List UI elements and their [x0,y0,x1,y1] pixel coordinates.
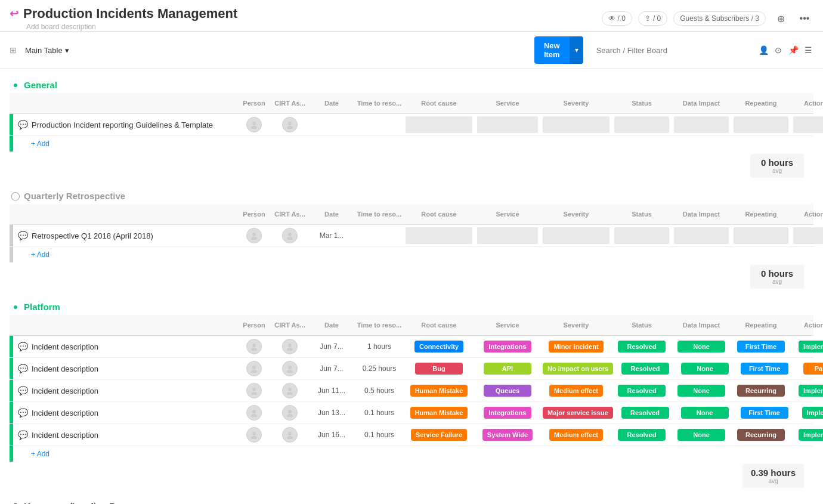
row-root[interactable]: Human Mistake [403,382,475,399]
comment-icon[interactable]: 💬 [18,231,28,240]
tag[interactable]: System Wide [482,429,533,441]
person-avatar[interactable] [246,427,262,443]
row-person[interactable] [236,339,272,354]
row-name[interactable]: 💬 Incident description [13,338,236,355]
group-toggle-quarterly[interactable]: ◯ [10,190,21,202]
row-action[interactable]: Implemented [791,426,823,443]
row-severity[interactable]: Medium effect [540,382,612,399]
board-description[interactable]: Add board description [10,23,237,31]
back-icon[interactable]: ↩ [10,7,18,20]
row-person[interactable] [236,361,272,376]
row-repeating[interactable]: First Time [731,338,791,355]
add-row-general[interactable]: + Add [10,136,813,151]
share-button[interactable]: ⊕ [772,10,790,27]
pin-icon[interactable]: 📌 [788,41,799,59]
row-person[interactable] [236,427,272,443]
tag[interactable]: Service Failure [411,429,467,441]
person-filter-icon[interactable]: 👤 [759,41,769,59]
row-severity[interactable]: No impact on users [540,360,615,377]
row-action[interactable]: Partially [794,360,823,377]
tag[interactable]: None [681,407,729,419]
row-severity[interactable]: Minor incident [540,338,612,355]
tag[interactable]: Partially [803,363,823,375]
row-action[interactable]: Implemented [794,404,823,421]
tag[interactable]: First Time [737,341,785,353]
person-avatar[interactable] [246,117,262,132]
cirt-avatar[interactable] [282,383,298,398]
row-service[interactable]: Queues [475,382,540,399]
row-date[interactable] [308,122,355,127]
new-item-dropdown-button[interactable]: ▾ [570,36,583,64]
row-name[interactable]: 💬 Incident description [13,426,236,443]
row-name[interactable]: 💬 Retrospective Q1 2018 (April 2018) [13,227,236,244]
row-status[interactable]: Resolved [612,382,672,399]
person-avatar[interactable] [246,361,262,376]
row-impact[interactable]: None [672,382,731,399]
tag[interactable]: API [484,363,531,375]
group-toggle-homepage[interactable]: ◉ [10,500,21,504]
row-service[interactable]: API [475,360,540,377]
row-action[interactable]: Implemented [791,338,823,355]
add-row-platform[interactable]: + Add [10,446,813,462]
row-service[interactable]: System Wide [475,426,540,443]
row-severity[interactable]: Major service issue [540,404,615,421]
tag[interactable]: Recurring [737,429,785,441]
tag[interactable]: Resolved [618,385,666,397]
row-cirt[interactable] [272,339,308,354]
row-date[interactable]: Jun 11... [308,384,355,397]
row-impact[interactable]: None [675,360,735,377]
row-name[interactable]: 💬 Incident description [13,404,236,421]
tag[interactable]: Bug [415,363,463,375]
row-cirt[interactable] [272,405,308,420]
activity-icon[interactable]: ⊙ [774,41,784,59]
tag[interactable]: Resolved [618,429,666,441]
eye-counter[interactable]: 👁 / 0 [602,11,632,26]
person-avatar[interactable] [246,339,262,354]
cirt-avatar[interactable] [282,339,298,354]
row-impact[interactable]: None [675,404,735,421]
row-person[interactable] [236,228,272,243]
row-cirt[interactable] [272,228,308,243]
tag[interactable]: None [677,341,725,353]
comment-icon[interactable]: 💬 [18,386,28,395]
row-date[interactable]: Jun 7... [308,340,355,353]
tag[interactable]: Resolved [621,363,669,375]
person-avatar[interactable] [246,228,262,243]
row-repeating[interactable]: Recurring [731,426,791,443]
row-cirt[interactable] [272,383,308,398]
more-options-button[interactable]: ••• [796,10,813,27]
tag[interactable]: Implemented [799,385,823,397]
row-action[interactable]: Implemented [791,382,823,399]
tag[interactable]: Resolved [618,341,666,353]
tag[interactable]: Medium effect [549,385,603,397]
tag[interactable]: None [677,385,725,397]
tag[interactable]: Connectivity [414,341,463,353]
tag[interactable]: Recurring [737,385,785,397]
row-status[interactable]: Resolved [615,360,675,377]
row-cirt[interactable] [272,117,308,132]
tag[interactable]: First Time [741,363,788,375]
tag[interactable]: Major service issue [543,407,613,419]
search-input[interactable] [588,42,754,58]
comment-icon[interactable]: 💬 [18,408,28,418]
row-severity[interactable]: Medium effect [540,426,612,443]
row-name[interactable]: 💬 Incident description [13,382,236,399]
tag[interactable]: None [681,363,729,375]
comment-icon[interactable]: 💬 [18,120,28,129]
tag[interactable]: Queues [484,385,531,397]
row-cirt[interactable] [272,361,308,376]
cirt-avatar[interactable] [282,117,298,132]
row-date[interactable]: Jun 7... [308,362,355,375]
row-person[interactable] [236,117,272,132]
row-date[interactable]: Mar 1... [308,229,355,242]
group-toggle-general[interactable]: ● [10,79,21,91]
tag[interactable]: Medium effect [549,429,603,441]
cirt-avatar[interactable] [282,361,298,376]
row-person[interactable] [236,383,272,398]
group-toggle-platform[interactable]: ● [10,301,21,313]
tag[interactable]: Implemented [802,407,823,419]
tag[interactable]: No impact on users [543,363,613,375]
row-root[interactable]: Human Mistake [403,404,475,421]
row-service[interactable]: Integrations [475,404,540,421]
row-repeating[interactable]: First Time [735,404,794,421]
